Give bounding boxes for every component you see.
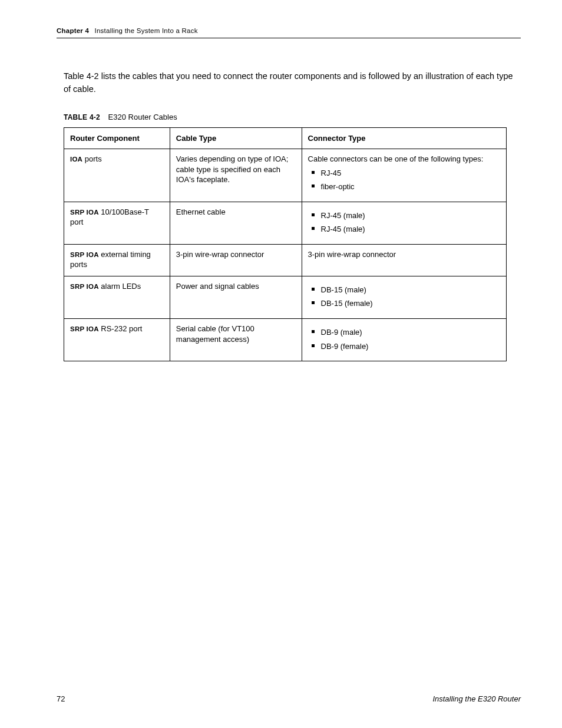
component-label: IOA xyxy=(70,156,82,163)
chapter-title: Installing the System Into a Rack xyxy=(95,27,198,34)
cell-component: IOA ports xyxy=(64,149,170,202)
connector-intro: Cable connectors can be one of the follo… xyxy=(308,154,500,164)
col-header-component: Router Component xyxy=(64,127,170,149)
cell-cable: Serial cable (for VT100 management acces… xyxy=(170,318,302,361)
cell-connector: DB-9 (male) DB-9 (female) xyxy=(302,318,506,361)
cables-table: Router Component Cable Type Connector Ty… xyxy=(64,127,507,362)
col-header-connector: Connector Type xyxy=(302,127,506,149)
component-text: RS-232 port xyxy=(99,324,143,333)
cell-component: SRP IOA 10/100Base-T port xyxy=(64,202,170,244)
list-item: DB-15 (male) xyxy=(308,285,500,295)
cell-component: SRP IOA alarm LEDs xyxy=(64,276,170,318)
connector-list: RJ-45 fiber-optic xyxy=(308,168,500,192)
table-row: SRP IOA RS-232 port Serial cable (for VT… xyxy=(64,318,507,361)
running-header: Chapter 4 Installing the System Into a R… xyxy=(57,27,521,34)
table-caption-text: E320 Router Cables xyxy=(108,113,177,121)
list-item: RJ-45 (male) xyxy=(308,210,500,221)
table-row: SRP IOA external timing ports 3-pin wire… xyxy=(64,244,507,276)
section-lead: Table 4-2 lists the cables that you need… xyxy=(64,70,518,96)
list-item: fiber-optic xyxy=(308,182,500,192)
connector-list: RJ-45 (male) RJ-45 (male) xyxy=(308,210,500,235)
component-text: alarm LEDs xyxy=(99,282,141,291)
connector-list: DB-15 (male) DB-15 (female) xyxy=(308,285,500,309)
doc-title: Installing the E320 Router xyxy=(432,694,521,703)
cell-connector: DB-15 (male) DB-15 (female) xyxy=(302,276,506,318)
connector-list: DB-9 (male) DB-9 (female) xyxy=(308,327,500,351)
cell-connector: Cable connectors can be one of the follo… xyxy=(302,149,506,202)
cell-connector: 3-pin wire-wrap connector xyxy=(302,244,506,276)
page-footer: 72 Installing the E320 Router xyxy=(57,694,521,703)
page-number: 72 xyxy=(57,694,65,703)
cell-cable: 3-pin wire-wrap connector xyxy=(170,244,302,276)
cell-component: SRP IOA external timing ports xyxy=(64,244,170,276)
cell-component: SRP IOA RS-232 port xyxy=(64,318,170,361)
cell-cable: Varies depending on type of IOA; cable t… xyxy=(170,149,302,202)
chapter-label: Chapter 4 xyxy=(57,27,89,34)
component-label: SRP IOA xyxy=(70,251,99,258)
table-header-row: Router Component Cable Type Connector Ty… xyxy=(64,127,507,149)
header-rule xyxy=(57,38,521,38)
component-label: SRP IOA xyxy=(70,325,99,332)
table-row: SRP IOA 10/100Base-T port Ethernet cable… xyxy=(64,202,507,244)
cell-connector: RJ-45 (male) RJ-45 (male) xyxy=(302,202,506,244)
component-label: SRP IOA xyxy=(70,283,99,290)
list-item: DB-9 (female) xyxy=(308,341,500,352)
list-item: RJ-45 (male) xyxy=(308,224,500,235)
list-item: DB-15 (female) xyxy=(308,298,500,309)
table-caption: TABLE 4-2 E320 Router Cables xyxy=(64,113,521,121)
cell-cable: Power and signal cables xyxy=(170,276,302,318)
table-row: IOA ports Varies depending on type of IO… xyxy=(64,149,507,202)
list-item: RJ-45 xyxy=(308,168,500,179)
table-caption-label: TABLE 4-2 xyxy=(64,113,100,121)
cell-cable: Ethernet cable xyxy=(170,202,302,244)
list-item: DB-9 (male) xyxy=(308,327,500,338)
component-label: SRP IOA xyxy=(70,209,99,216)
table-row: SRP IOA alarm LEDs Power and signal cabl… xyxy=(64,276,507,318)
col-header-cable: Cable Type xyxy=(170,127,302,149)
component-text: ports xyxy=(82,154,102,163)
